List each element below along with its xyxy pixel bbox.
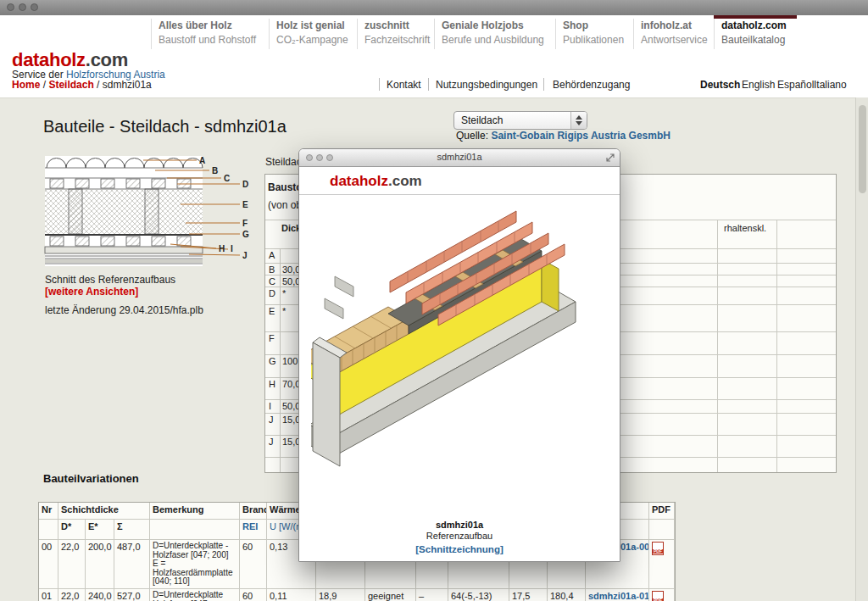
nav-item-nutzungsbedingungen[interactable]: Nutzungsbedingungen	[436, 79, 537, 91]
topnav-title: Alles über Holz	[159, 19, 256, 31]
row-sum: 527,0	[114, 589, 150, 601]
topnav-item-infoholz[interactable]: infoholz.at Antwortservice	[641, 19, 708, 46]
last-change-note: letzte Änderung 29.04.2015/hfa.plb	[45, 304, 203, 316]
col-subheader-d: D*	[58, 520, 86, 540]
popup-minimize-icon[interactable]	[316, 154, 323, 161]
window-minimize-icon[interactable]	[19, 3, 26, 11]
cell-empty	[649, 520, 675, 540]
scrollbar-thumb[interactable]	[859, 105, 866, 193]
col-subheader-rei[interactable]: REI	[240, 520, 267, 540]
popup-close-icon[interactable]	[306, 154, 313, 161]
layer-label-b: B	[212, 166, 218, 175]
row-bemerkung: D=Unterdeckplatte - Holzfaser [047; 200]…	[150, 540, 240, 589]
layer-row-letter: A	[269, 250, 275, 260]
row-cell: 180,4	[548, 589, 586, 601]
bemerkung-line-2: E = Holzfaserdämmplatte [040; 110]	[153, 559, 237, 587]
divider	[151, 19, 152, 49]
col-header-bemerkung: Bemerkung	[150, 503, 240, 520]
language-italiano[interactable]: Italiano	[814, 79, 847, 91]
layer-row-letter: B	[269, 264, 275, 275]
variation-link-01[interactable]: sdmhzi01a-01	[586, 589, 649, 601]
select-arrows-icon	[570, 112, 587, 129]
language-deutsch[interactable]: Deutsch	[700, 79, 740, 91]
window-close-icon[interactable]	[7, 3, 14, 11]
popup-caption-title: sdmhzi01a	[299, 520, 620, 530]
more-views-link[interactable]: [weitere Ansichten]	[45, 286, 138, 298]
topnav-title: dataholz.com	[721, 19, 787, 31]
section-drawing-link[interactable]: [Schnittzeichnung]	[299, 544, 620, 554]
topnav-subtitle: Baustoff und Rohstoff	[159, 34, 256, 46]
arrow-down-icon	[576, 121, 582, 125]
language-english[interactable]: English	[742, 79, 775, 91]
page-title: Bauteile - Steildach - sdmhzi01a	[43, 117, 287, 136]
row-nr: 00	[39, 540, 58, 589]
layer-label-h: H	[219, 244, 225, 253]
topnav-item-dataholz[interactable]: dataholz.com Bauteilkatalog	[721, 19, 787, 46]
row-bemerkung: D=Unterdeckplatte Holzfaser [047;	[150, 589, 240, 601]
divider	[379, 78, 380, 91]
row-cell: geeignet	[365, 589, 416, 601]
pdf-icon[interactable]	[652, 591, 664, 601]
col-subheader-sigma: Σ	[114, 520, 150, 540]
row-cell: 18,9	[316, 589, 365, 601]
layer-label-a: A	[199, 156, 205, 165]
row-cell: –	[416, 589, 448, 601]
col-subheader-e: E*	[86, 520, 114, 540]
topnav-subtitle: Berufe und Ausbildung	[442, 34, 544, 46]
window-zoom-icon[interactable]	[31, 3, 38, 11]
breadcrumb-home[interactable]: Home	[12, 79, 40, 91]
logo-dark-part: .com	[388, 173, 422, 189]
layer-label-i: I	[231, 244, 233, 253]
topnav-title: infoholz.at	[641, 19, 708, 31]
popup-logo: dataholz.com	[330, 173, 422, 190]
browser-window: Alles über Holz Baustoff und Rohstoff Ho…	[0, 0, 868, 601]
section-diagram: A B C D E F G H I J	[43, 153, 251, 273]
variations-heading: Bauteilvariationen	[43, 472, 139, 485]
column-header-brandverhalten: rhaltenskl.	[724, 223, 766, 233]
col-header-pdf: PDF	[649, 503, 675, 520]
topnav-subtitle: Antwortservice	[641, 34, 708, 46]
scrollbar-track[interactable]	[855, 97, 868, 601]
layer-row-letter: D	[269, 288, 275, 298]
col-header-schichtdicke: Schichtdicke	[58, 503, 150, 520]
layer-row-letter: E	[269, 306, 275, 316]
language-espanol[interactable]: Español	[777, 79, 814, 91]
topnav-item-zuschnitt[interactable]: zuschnitt Fachzeitschrift	[364, 19, 430, 46]
row-cell: 64(-5,-13)	[448, 589, 509, 601]
col-header-nr: Nr	[39, 503, 58, 520]
breadcrumb-steildach[interactable]: Steildach	[48, 79, 93, 91]
nav-item-behoerdenzugang[interactable]: Behördenzugang	[553, 79, 630, 91]
nav-item-kontakt[interactable]: Kontakt	[387, 79, 421, 91]
topnav-title: Shop	[563, 19, 624, 31]
select-value: Steildach	[461, 114, 503, 126]
layer-row-dicke: *	[282, 306, 286, 316]
component-select[interactable]: Steildach	[453, 111, 587, 130]
window-titlebar[interactable]	[0, 0, 868, 16]
divider	[714, 19, 715, 49]
topnav-item-holz-ist-genial[interactable]: Holz ist genial CO₂-Kampagne	[276, 19, 348, 46]
source-link[interactable]: Saint-Gobain Rigips Austria GesmbH	[491, 130, 670, 142]
pdf-icon[interactable]	[652, 542, 664, 555]
divider	[299, 194, 620, 195]
roof-3d-rendering	[311, 197, 609, 514]
topnav-item-shop[interactable]: Shop Publikationen	[563, 19, 624, 46]
row-e: 200,0	[86, 540, 114, 589]
layer-row-letter: G	[269, 356, 276, 366]
topnav-item-geniale-holzjobs[interactable]: Geniale Holzjobs Berufe und Ausbildung	[442, 19, 544, 46]
topnav-item-alles-ueber-holz[interactable]: Alles über Holz Baustoff und Rohstoff	[159, 19, 256, 46]
popup-resize-icon[interactable]	[605, 153, 615, 163]
cell-empty	[39, 520, 58, 540]
row-sum: 487,0	[114, 540, 150, 589]
logo-red-part: dataholz	[12, 49, 86, 70]
source-label: Quelle:	[456, 130, 488, 142]
divider	[555, 19, 556, 49]
bemerkung-line-1: D=Unterdeckplatte Holzfaser [047;	[153, 591, 237, 601]
logo-dark-part: .com	[86, 49, 128, 70]
popup-titlebar[interactable]: sdmhzi01a	[299, 149, 620, 167]
topnav-title: zuschnitt	[364, 19, 430, 31]
row-nr: 01	[39, 589, 58, 601]
row-rei: 60	[240, 540, 267, 589]
layer-label-d: D	[242, 180, 248, 189]
popup-zoom-icon[interactable]	[326, 154, 333, 161]
col-header-brandschutz: Brandschutz	[240, 503, 267, 520]
